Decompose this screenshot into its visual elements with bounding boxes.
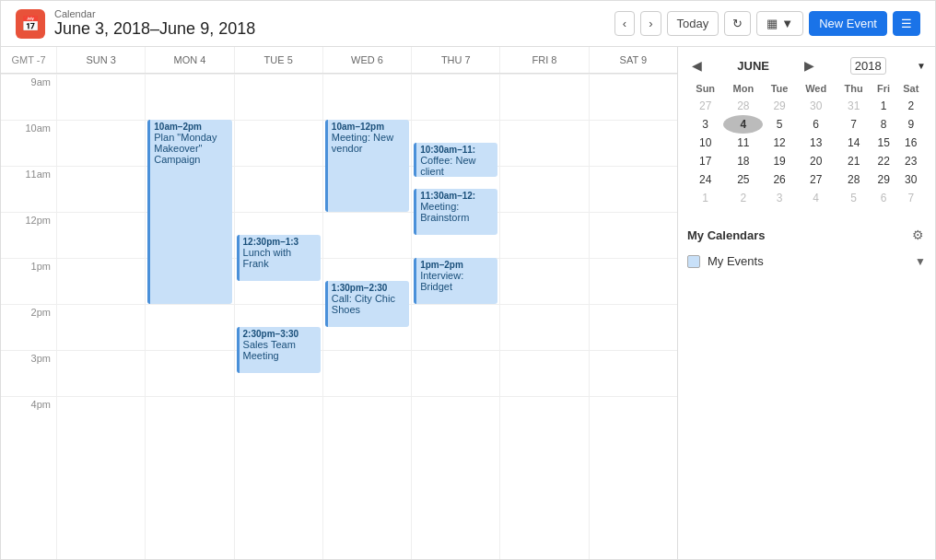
event-sales-team[interactable]: 2:30pm–3:30 Sales Team Meeting [237, 327, 321, 373]
next-period-button[interactable]: › [640, 11, 661, 36]
mini-cal-day[interactable]: 5 [763, 115, 796, 134]
calendar-main: GMT -7 SUN 3 MON 4 TUE 5 WED 6 THU 7 FRI [1, 47, 677, 559]
mini-cal-day[interactable]: 2 [895, 97, 926, 115]
day-name-sat: SAT 9 [591, 54, 675, 65]
mini-cal-day[interactable]: 3 [687, 115, 723, 134]
day-column-thu[interactable]: 10:30am–11: Coffee: New client 11:30am–1… [411, 74, 499, 559]
mini-cal-day[interactable]: 29 [872, 170, 896, 189]
time-3pm: 3pm [1, 350, 56, 396]
refresh-button[interactable]: ↻ [724, 11, 751, 36]
day-column-mon[interactable]: 10am–2pm Plan "Monday Makeover" Campaign [145, 74, 233, 559]
mini-cal-day[interactable]: 6 [796, 115, 837, 134]
mini-cal-header: ◀ JUNE ▶ 2018 ▼ [687, 56, 926, 75]
event-city-chic[interactable]: 1:30pm–2:30 Call: City Chic Shoes [325, 281, 409, 327]
my-events-expand-icon[interactable]: ▼ [915, 255, 926, 268]
mini-cal-header-tue: Tue [763, 80, 796, 97]
time-11am: 11am [1, 166, 56, 212]
mini-cal-day[interactable]: 8 [872, 115, 896, 134]
day-header-sun: SUN 3 [56, 47, 145, 73]
day-name-sun: SUN 3 [59, 54, 143, 65]
day-column-tue[interactable]: 12:30pm–1:3 Lunch with Frank 2:30pm–3:30… [234, 74, 322, 559]
mini-cal-day[interactable]: 11 [723, 134, 763, 152]
mini-cal-day[interactable]: 27 [687, 97, 723, 115]
my-calendars-settings-button[interactable]: ⚙ [910, 226, 926, 244]
day-name-wed: WED 6 [325, 54, 409, 65]
day-column-wed[interactable]: 10am–12pm Meeting: New vendor 1:30pm–2:3… [322, 74, 411, 559]
new-event-button[interactable]: New Event [809, 11, 887, 36]
time-1pm: 1pm [1, 258, 56, 304]
mini-cal-day[interactable]: 4 [796, 189, 837, 207]
event-lunch-frank[interactable]: 12:30pm–1:3 Lunch with Frank [237, 235, 321, 281]
mini-cal-day[interactable]: 24 [687, 170, 723, 189]
mini-cal-day[interactable]: 16 [895, 134, 926, 152]
mini-cal-month: JUNE [737, 59, 769, 73]
mini-cal-day[interactable]: 7 [895, 189, 926, 207]
mini-cal-prev-button[interactable]: ◀ [687, 56, 707, 75]
mini-cal-day[interactable]: 31 [837, 97, 872, 115]
mini-cal-day[interactable]: 27 [796, 170, 837, 189]
time-10am: 10am [1, 120, 56, 166]
event-brainstorm[interactable]: 11:30am–12: Meeting: Brainstorm [414, 189, 497, 235]
menu-button[interactable]: ☰ [893, 11, 920, 36]
mini-cal-day[interactable]: 26 [763, 170, 796, 189]
mini-cal-day[interactable]: 2 [723, 189, 763, 207]
view-selector-button[interactable]: ▦ ▼ [756, 11, 803, 36]
mini-cal-day[interactable]: 14 [837, 134, 872, 152]
mini-cal-day[interactable]: 17 [687, 152, 723, 170]
my-calendars-section-header: My Calendars ⚙ [687, 222, 926, 251]
mini-cal-day[interactable]: 23 [895, 152, 926, 170]
mini-cal-day[interactable]: 29 [763, 97, 796, 115]
mini-cal-day[interactable]: 28 [723, 97, 763, 115]
mini-cal-day[interactable]: 7 [837, 115, 872, 134]
day-column-sat[interactable] [589, 74, 677, 559]
mini-cal-header-mon: Mon [723, 80, 763, 97]
mini-cal-day[interactable]: 25 [723, 170, 763, 189]
mini-cal-day[interactable]: 4 [723, 115, 763, 134]
mini-cal-day[interactable]: 18 [723, 152, 763, 170]
mini-cal-day[interactable]: 15 [872, 134, 896, 152]
mini-cal-day[interactable]: 22 [872, 152, 896, 170]
event-new-vendor[interactable]: 10am–12pm Meeting: New vendor [325, 120, 409, 212]
mini-cal-header-fri: Fri [872, 80, 896, 97]
mini-cal-day[interactable]: 1 [687, 189, 723, 207]
mini-cal-day[interactable]: 13 [796, 134, 837, 152]
chevron-down-icon: ▼ [781, 17, 793, 30]
event-monday-makeover[interactable]: 10am–2pm Plan "Monday Makeover" Campaign [147, 120, 231, 304]
mini-cal-day[interactable]: 30 [895, 170, 926, 189]
mini-cal-day[interactable]: 5 [837, 189, 872, 207]
mini-cal-header-sat: Sat [895, 80, 926, 97]
mini-cal-day[interactable]: 21 [837, 152, 872, 170]
day-header-thu: THU 7 [411, 47, 499, 73]
prev-period-button[interactable]: ‹ [614, 11, 635, 36]
mini-cal-day[interactable]: 12 [763, 134, 796, 152]
mini-cal-day[interactable]: 3 [763, 189, 796, 207]
day-name-tue: TUE 5 [237, 54, 321, 65]
time-4pm: 4pm [1, 396, 56, 442]
day-column-sun[interactable] [56, 74, 145, 559]
day-header-wed: WED 6 [322, 47, 411, 73]
mini-cal-day[interactable]: 6 [872, 189, 896, 207]
day-name-thu: THU 7 [414, 54, 497, 65]
header-title-group: Calendar June 3, 2018–June 9, 2018 [54, 8, 255, 39]
mini-cal-day[interactable]: 20 [796, 152, 837, 170]
mini-cal-day[interactable]: 19 [763, 152, 796, 170]
date-range: June 3, 2018–June 9, 2018 [54, 19, 255, 39]
event-interview-bridget[interactable]: 1pm–2pm Interview: Bridget [414, 258, 497, 304]
today-button[interactable]: Today [667, 11, 720, 36]
my-events-color-box [687, 255, 700, 268]
app-container: 📅 Calendar June 3, 2018–June 9, 2018 ‹ ›… [0, 0, 936, 560]
time-2pm: 2pm [1, 304, 56, 350]
event-coffee-new-client[interactable]: 10:30am–11: Coffee: New client [414, 143, 497, 177]
day-header-sat: SAT 9 [589, 47, 677, 73]
day-header-tue: TUE 5 [234, 47, 322, 73]
mini-cal-day[interactable]: 10 [687, 134, 723, 152]
day-name-mon: MON 4 [147, 54, 231, 65]
day-columns: 10am–2pm Plan "Monday Makeover" Campaign… [56, 74, 677, 559]
day-column-fri[interactable] [499, 74, 588, 559]
mini-cal-day[interactable]: 30 [796, 97, 837, 115]
mini-cal-day[interactable]: 28 [837, 170, 872, 189]
mini-cal-day[interactable]: 9 [895, 115, 926, 134]
mini-cal-next-button[interactable]: ▶ [800, 56, 819, 75]
main-layout: GMT -7 SUN 3 MON 4 TUE 5 WED 6 THU 7 FRI [1, 47, 935, 559]
mini-cal-day[interactable]: 1 [872, 97, 896, 115]
